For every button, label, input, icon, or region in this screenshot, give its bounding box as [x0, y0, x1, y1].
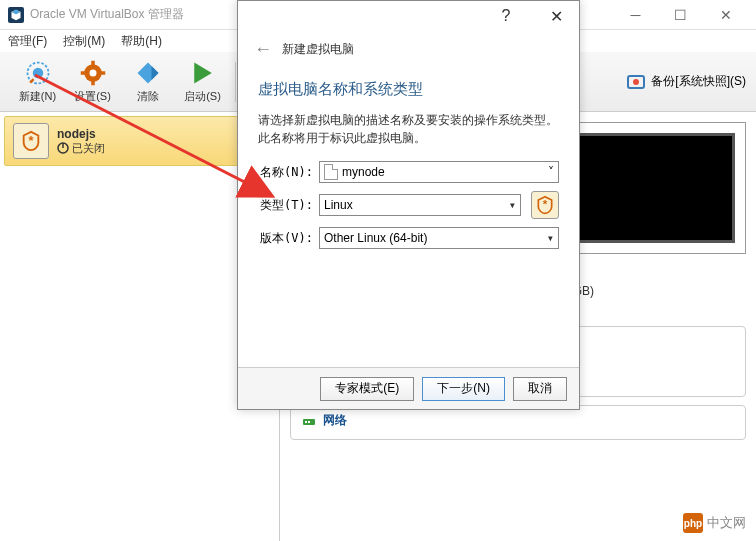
- watermark-text: 中文网: [707, 514, 746, 532]
- svg-point-3: [89, 70, 96, 77]
- menu-help[interactable]: 帮助(H): [121, 33, 162, 50]
- dialog-close-button[interactable]: ✕: [541, 7, 571, 26]
- snapshot-icon: [627, 75, 645, 89]
- svg-rect-5: [91, 80, 95, 85]
- dialog-titlebar: ? ✕: [238, 1, 579, 31]
- name-row: 名称(N): mynode ˅: [258, 161, 559, 183]
- svg-point-1: [32, 68, 43, 79]
- menu-control[interactable]: 控制(M): [63, 33, 105, 50]
- type-select[interactable]: Linux: [319, 194, 521, 216]
- maximize-button[interactable]: ☐: [658, 0, 703, 30]
- new-icon: [24, 59, 52, 87]
- power-icon: [57, 142, 69, 154]
- vm-os-icon: *: [13, 123, 49, 159]
- menu-manage[interactable]: 管理(F): [8, 33, 47, 50]
- watermark-icon: php: [683, 513, 703, 533]
- svg-rect-6: [80, 71, 85, 75]
- dialog-description: 请选择新虚拟电脑的描述名称及要安装的操作系统类型。此名称将用于标识此虚拟电脑。: [258, 111, 559, 147]
- dialog-body: 虚拟电脑名称和系统类型 请选择新虚拟电脑的描述名称及要安装的操作系统类型。此名称…: [238, 68, 579, 269]
- new-label: 新建(N): [19, 89, 56, 104]
- svg-rect-12: [305, 421, 307, 423]
- settings-button[interactable]: 设置(S): [65, 57, 120, 107]
- os-type-icon: *: [531, 191, 559, 219]
- network-icon: [301, 413, 317, 429]
- name-input[interactable]: mynode ˅: [319, 161, 559, 183]
- minimize-button[interactable]: ─: [613, 0, 658, 30]
- vm-name: nodejs: [57, 127, 105, 141]
- snapshot-label[interactable]: 备份[系统快照](S): [651, 73, 746, 90]
- svg-rect-4: [91, 61, 95, 66]
- app-icon: [8, 7, 24, 23]
- new-vm-dialog: ? ✕ ← 新建虚拟电脑 虚拟电脑名称和系统类型 请选择新虚拟电脑的描述名称及要…: [237, 0, 580, 410]
- expert-mode-button[interactable]: 专家模式(E): [320, 377, 414, 401]
- vm-status: 已关闭: [57, 141, 105, 156]
- start-icon: [189, 59, 217, 87]
- type-label: 类型(T):: [258, 197, 313, 214]
- start-label: 启动(S): [184, 89, 221, 104]
- clear-icon: [134, 59, 162, 87]
- svg-text:*: *: [29, 133, 34, 148]
- clear-button[interactable]: 清除: [120, 57, 175, 107]
- dialog-help-button[interactable]: ?: [491, 7, 521, 25]
- name-label: 名称(N):: [258, 164, 313, 181]
- settings-icon: [79, 59, 107, 87]
- dialog-header: ← 新建虚拟电脑: [238, 31, 579, 68]
- cancel-button[interactable]: 取消: [513, 377, 567, 401]
- close-button[interactable]: ✕: [703, 0, 748, 30]
- vm-item-nodejs[interactable]: * nodejs 已关闭: [4, 116, 275, 166]
- start-button[interactable]: 启动(S): [175, 57, 230, 107]
- back-icon[interactable]: ←: [254, 39, 272, 60]
- clear-label: 清除: [137, 89, 159, 104]
- version-label: 版本(V):: [258, 230, 313, 247]
- svg-rect-7: [100, 71, 105, 75]
- version-select[interactable]: Other Linux (64-bit): [319, 227, 559, 249]
- settings-label: 设置(S): [74, 89, 111, 104]
- svg-text:*: *: [543, 197, 548, 210]
- dialog-title: 新建虚拟电脑: [282, 41, 354, 58]
- dialog-footer: 专家模式(E) 下一步(N) 取消: [238, 367, 579, 409]
- network-section: 网络: [290, 405, 746, 440]
- type-row: 类型(T): Linux *: [258, 191, 559, 219]
- new-button[interactable]: 新建(N): [10, 57, 65, 107]
- dialog-heading: 虚拟电脑名称和系统类型: [258, 80, 559, 99]
- watermark: php 中文网: [683, 513, 746, 533]
- version-row: 版本(V): Other Linux (64-bit): [258, 227, 559, 249]
- network-header[interactable]: 网络: [301, 412, 735, 429]
- next-button[interactable]: 下一步(N): [422, 377, 505, 401]
- file-icon: [324, 164, 338, 180]
- toolbar-separator: [235, 62, 236, 102]
- svg-rect-13: [308, 421, 310, 423]
